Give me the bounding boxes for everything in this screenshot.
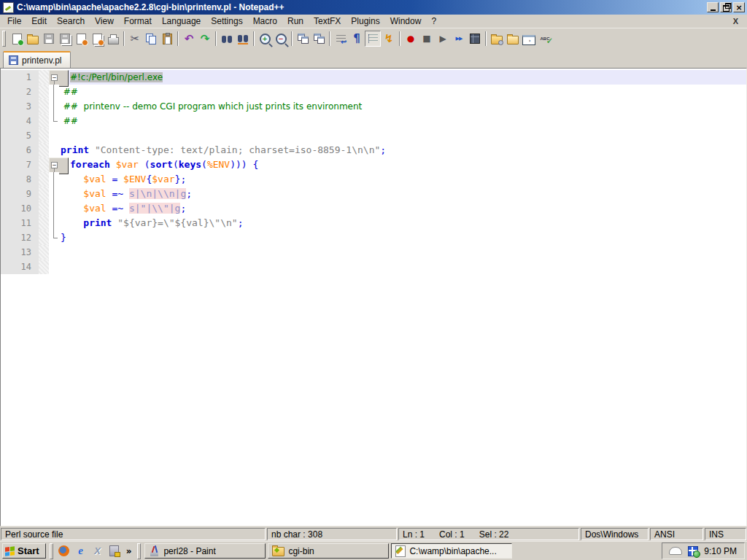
menu-item-view[interactable]: View [90, 15, 119, 27]
editor-line[interactable]: 2 ## [1, 85, 746, 99]
toolbar-save-all-button[interactable] [57, 31, 73, 47]
taskbar-grip[interactable] [50, 543, 53, 559]
window-title: C:\wamp\bin\apache\apache2.2.8\cgi-bin\p… [17, 2, 707, 12]
quick-launch-xtool-button[interactable]: X [90, 544, 105, 559]
editor-line[interactable]: 4 ## [1, 114, 746, 128]
toolbar-paste-button[interactable] [159, 31, 175, 47]
toolbar-macro-record-button[interactable]: ● [403, 31, 419, 47]
toolbar-grip[interactable] [2, 31, 6, 47]
toolbar-new-file-button[interactable] [9, 31, 25, 47]
menu-item-search[interactable]: Search [52, 15, 90, 27]
editor-line[interactable]: 13 [1, 245, 746, 260]
menu-item-file[interactable]: File [2, 15, 26, 27]
tray-icons [669, 546, 698, 556]
toolbar-open-in-explorer-button[interactable] [505, 31, 521, 47]
quick-launch-overflow-button[interactable]: » [124, 546, 134, 556]
toolbar-zoom-out-button[interactable]: − [273, 31, 289, 47]
task-button-paint[interactable]: perl28 - Paint [144, 543, 266, 559]
menu-item-edit[interactable]: Edit [26, 15, 52, 27]
quick-launch-ie-button[interactable]: e [74, 544, 88, 559]
toolbar-show-all-characters-button[interactable]: ¶ [349, 31, 365, 47]
toolbar-undo-button[interactable]: ↶ [181, 31, 197, 47]
editor-line[interactable]: 8 $val = $ENV{$var}; [1, 172, 746, 187]
open-in-explorer-icon [507, 36, 519, 44]
fold-margin [49, 114, 59, 128]
notepadpp-window: C:\wamp\bin\apache\apache2.2.8\cgi-bin\p… [0, 0, 747, 560]
toolbar-open-containing-folder-button[interactable] [489, 31, 505, 47]
editor-line[interactable]: 14 [1, 260, 746, 274]
sync-vertical-scrolling-icon [298, 34, 309, 44]
editor-line[interactable]: 1#!c:/Perl/bin/perl.exe [1, 70, 746, 85]
editor-line[interactable]: 12} [1, 230, 746, 245]
task-button-notepadpp[interactable]: C:\wamp\bin\apache... [391, 543, 512, 559]
toolbar-close-all-button[interactable] [89, 31, 105, 47]
editor-line[interactable]: 5 [1, 128, 746, 143]
editor-line[interactable]: 9 $val =~ s|\n|\\n|g; [1, 187, 746, 201]
editor-line[interactable]: 6print "Content-type: text/plain; charse… [1, 143, 746, 158]
start-label: Start [18, 545, 39, 556]
word-wrap-icon [336, 35, 346, 43]
code-segment: =~ [112, 203, 123, 214]
toolbar-find-button[interactable] [219, 31, 235, 47]
line-number: 5 [1, 128, 39, 143]
toolbar-indent-guide-button[interactable] [365, 31, 381, 47]
toolbar-macro-save-button[interactable] [467, 31, 483, 47]
close-button[interactable]: × [733, 2, 745, 12]
toolbar-redo-button[interactable]: ↷ [197, 31, 213, 47]
gauge-tray-icon[interactable] [669, 547, 682, 555]
code-segment: { [253, 159, 259, 170]
quick-launch-server-button[interactable] [107, 544, 122, 559]
toolbar-macro-play-button[interactable]: ▶ [435, 31, 451, 47]
code-segment: foreach [70, 159, 110, 170]
line-number: 8 [1, 172, 39, 187]
start-button[interactable]: Start [2, 543, 46, 559]
status-char-count: nb char : 308 [267, 528, 397, 540]
editor-line[interactable]: 3 ## printenv -- demo CGI program which … [1, 99, 746, 114]
toolbar-macro-stop-button[interactable]: ■ [419, 31, 435, 47]
menu-item-window[interactable]: Window [385, 15, 427, 27]
toolbar-sync-vertical-scrolling-button[interactable] [295, 31, 311, 47]
menubar-close-file-button[interactable]: X [727, 17, 745, 26]
copy-icon [146, 34, 156, 44]
code-segment: $val [83, 174, 106, 184]
menu-item-textfx[interactable]: TextFX [309, 15, 346, 27]
open-file-icon [27, 36, 39, 44]
code-text: $val =~ s|"|\\"|g; [59, 201, 746, 216]
menu-item-language[interactable]: Language [157, 15, 206, 27]
toolbar-function-completion-button[interactable]: ↯ [381, 31, 397, 47]
menu-item-plugins[interactable]: Plugins [346, 15, 384, 27]
code-segment: $var [152, 174, 174, 184]
quick-launch-firefox-button[interactable] [57, 544, 71, 559]
code-segment: ## [61, 116, 78, 126]
editor-line[interactable]: 11 print "${var}=\"${val}\"\n"; [1, 216, 746, 230]
editor-line[interactable]: 7foreach $var (sort(keys(%ENV))) { [1, 158, 746, 172]
update-tray-icon[interactable] [688, 546, 698, 556]
toolbar-sync-horizontal-scrolling-button[interactable] [311, 31, 327, 47]
editor-line[interactable]: 10 $val =~ s|"|\\"|g; [1, 201, 746, 216]
menu-item-help[interactable]: ? [426, 15, 441, 27]
toolbar-close-file-button[interactable] [73, 31, 89, 47]
menu-item-macro[interactable]: Macro [248, 15, 282, 27]
task-button-cgi-bin[interactable]: cgi-bin [268, 543, 389, 559]
restore-button[interactable] [720, 2, 732, 12]
toolbar-save-file-button[interactable] [41, 31, 57, 47]
tab-printenv.pl[interactable]: printenv.pl [3, 51, 71, 68]
replace-icon [238, 35, 248, 44]
code-text: ## printenv -- demo CGI program which ju… [59, 99, 746, 114]
toolbar-spell-check-button[interactable]: ABC [537, 31, 553, 47]
toolbar-replace-button[interactable] [235, 31, 251, 47]
toolbar-zoom-in-button[interactable]: + [257, 31, 273, 47]
toolbar-word-wrap-button[interactable] [333, 31, 349, 47]
editor[interactable]: 1#!c:/Perl/bin/perl.exe2 ##3 ## printenv… [0, 68, 747, 526]
menu-item-settings[interactable]: Settings [206, 15, 247, 27]
toolbar-copy-button[interactable] [143, 31, 159, 47]
toolbar-cut-button[interactable]: ✂ [127, 31, 143, 47]
menu-item-run[interactable]: Run [282, 15, 309, 27]
toolbar-launch-console-button[interactable]: › [521, 31, 537, 47]
toolbar-print-button[interactable] [105, 31, 121, 47]
toolbar-macro-run-multiple-button[interactable]: ▶▶ [451, 31, 467, 47]
menu-item-format[interactable]: Format [119, 15, 157, 27]
minimize-button[interactable] [707, 2, 719, 12]
taskbar-grip[interactable] [137, 543, 141, 559]
toolbar-open-file-button[interactable] [25, 31, 41, 47]
